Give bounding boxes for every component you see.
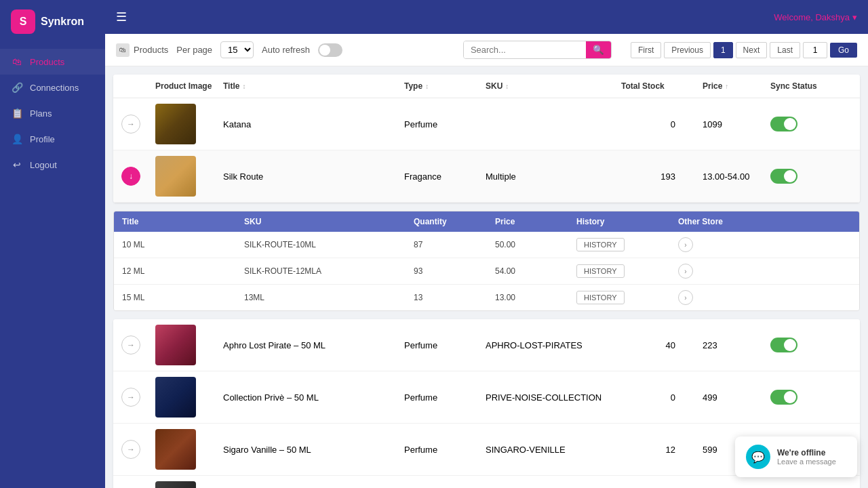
history-button[interactable]: HISTORY xyxy=(576,238,625,251)
history-button[interactable]: HISTORY xyxy=(576,264,625,278)
sync-toggle[interactable] xyxy=(770,117,797,131)
sidebar-item-products[interactable]: 🛍 Products xyxy=(0,49,105,75)
per-page-label: Per page xyxy=(176,45,212,55)
sub-row-sku: 13ML xyxy=(244,293,414,302)
history-button[interactable]: HISTORY xyxy=(576,291,625,304)
col-header-stock[interactable]: Total Stock xyxy=(621,81,703,91)
sync-toggle[interactable] xyxy=(770,169,797,184)
welcome-user[interactable]: Welcome, Dakshya ▾ xyxy=(774,12,857,22)
col-header-image: Product Image xyxy=(155,81,223,91)
title-sort-icon: ↕ xyxy=(242,83,245,90)
product-type: Perfume xyxy=(404,445,486,455)
sku-sort-icon: ↕ xyxy=(505,83,509,90)
search-container: 🔍 xyxy=(463,41,612,59)
sub-table-row: 10 ML SILK-ROUTE-10ML 87 50.00 HISTORY › xyxy=(114,232,859,258)
plans-icon: 📋 xyxy=(11,107,23,119)
product-image xyxy=(155,325,196,365)
sidebar-item-label: Logout xyxy=(30,160,57,170)
sidebar-item-label: Profile xyxy=(30,134,55,144)
sync-toggle[interactable] xyxy=(770,390,797,405)
table-row: ↓ Silk Route Fragance Multiple 193 13.00… xyxy=(113,150,860,203)
expand-row-arrow[interactable]: → xyxy=(121,440,140,459)
product-sku: SINGARO-VENILLE xyxy=(486,445,621,455)
sidebar-item-profile[interactable]: 👤 Profile xyxy=(0,126,105,152)
product-image xyxy=(155,481,196,488)
go-button[interactable]: Go xyxy=(830,43,857,58)
sub-col-price: Price xyxy=(495,217,576,226)
col-header-title[interactable]: Title ↕ xyxy=(223,81,404,91)
product-type: Fragance xyxy=(404,171,486,182)
sidebar-item-logout[interactable]: ↩ Logout xyxy=(0,152,105,178)
expand-row-arrow[interactable]: → xyxy=(121,336,140,354)
products-table: Product Image Title ↕ Type ↕ SKU ↕ Total… xyxy=(113,75,860,203)
product-stock: 193 xyxy=(621,171,703,182)
sub-col-sku: SKU xyxy=(244,217,414,226)
next-page-button[interactable]: Next xyxy=(736,42,768,58)
sidebar-item-connections[interactable]: 🔗 Connections xyxy=(0,75,105,100)
previous-page-button[interactable]: Previous xyxy=(664,42,711,58)
search-input[interactable] xyxy=(464,41,586,58)
product-type: Perfume xyxy=(404,392,486,403)
sub-row-arrow[interactable]: › xyxy=(678,237,693,252)
sub-row-sku: SILK-ROUTE-10ML xyxy=(244,240,414,249)
sidebar-item-label: Plans xyxy=(30,108,52,119)
first-page-button[interactable]: First xyxy=(631,42,661,58)
col-header-price[interactable]: Price ↑ xyxy=(703,81,770,91)
products-icon: 🛍 xyxy=(11,56,23,68)
product-price: 223 xyxy=(703,340,770,350)
product-image xyxy=(155,104,196,144)
products-toolbar-icon: 🛍 xyxy=(116,43,130,57)
price-sort-icon: ↑ xyxy=(725,83,728,90)
sync-toggle[interactable] xyxy=(770,338,797,352)
col-header-sync: Sync Status xyxy=(770,81,852,91)
product-price: 1099 xyxy=(703,119,770,129)
table-header-row: Product Image Title ↕ Type ↕ SKU ↕ Total… xyxy=(113,75,860,98)
page-number-input[interactable] xyxy=(803,42,827,58)
expand-row-arrow[interactable]: → xyxy=(121,388,140,407)
table-row: → Collection Privè – 50 ML Perfume PRIVE… xyxy=(113,371,860,424)
search-button[interactable]: 🔍 xyxy=(586,41,611,58)
sidebar-nav: 🛍 Products 🔗 Connections 📋 Plans 👤 Profi… xyxy=(0,49,105,178)
sub-row-title: 15 ML xyxy=(122,293,244,302)
expand-row-arrow[interactable]: → xyxy=(121,115,140,134)
product-title: Aphro Lost Pirate – 50 ML xyxy=(223,340,404,350)
sub-col-history: History xyxy=(576,217,678,226)
sub-table-row: 12 ML SILK-ROUTE-12MLA 93 54.00 HISTORY … xyxy=(114,258,859,285)
products-toolbar-label: Products xyxy=(134,45,168,55)
profile-icon: 👤 xyxy=(11,133,23,145)
product-price: 13.00-54.00 xyxy=(703,171,770,182)
sub-row-price: 13.00 xyxy=(495,293,576,302)
pagination: First Previous 1 Next Last Go xyxy=(631,42,857,58)
product-title: Sigaro Vanille – 50 ML xyxy=(223,445,404,455)
col-header-sku[interactable]: SKU ↕ xyxy=(486,81,621,91)
hamburger-icon[interactable]: ☰ xyxy=(116,9,127,24)
col-header-type[interactable]: Type ↕ xyxy=(404,81,486,91)
product-title: Katana xyxy=(223,119,404,129)
sub-table: Title SKU Quantity Price History Other S… xyxy=(113,211,860,311)
per-page-select[interactable]: 15 25 50 xyxy=(220,41,254,58)
sub-row-qty: 13 xyxy=(414,293,495,302)
sub-col-qty: Quantity xyxy=(414,217,495,226)
product-sku: Multiple xyxy=(486,171,621,182)
sub-row-arrow[interactable]: › xyxy=(678,290,693,305)
chat-title: We're offline xyxy=(777,448,836,458)
products-section-label: 🛍 Products xyxy=(116,43,168,57)
sub-row-arrow[interactable]: › xyxy=(678,264,693,279)
chat-widget[interactable]: 💬 We're offline Leave a message xyxy=(735,436,857,477)
current-page-button[interactable]: 1 xyxy=(713,42,733,58)
sidebar-item-plans[interactable]: 📋 Plans xyxy=(0,100,105,126)
last-page-button[interactable]: Last xyxy=(770,42,800,58)
product-sku: PRIVE-NOISE-COLLECTION xyxy=(486,392,621,403)
sub-col-store: Other Store xyxy=(678,217,851,226)
content-area: 🛍 Products Per page 15 25 50 Auto refres… xyxy=(105,34,868,488)
product-image xyxy=(155,156,196,197)
auto-refresh-label: Auto refresh xyxy=(262,45,310,55)
sub-row-sku: SILK-ROUTE-12MLA xyxy=(244,266,414,276)
connections-icon: 🔗 xyxy=(11,81,23,94)
sub-row-qty: 93 xyxy=(414,266,495,276)
logout-icon: ↩ xyxy=(11,159,23,171)
expand-row-arrow[interactable]: ↓ xyxy=(121,167,140,186)
table-row: → Collection Noir – 50 ML Perfume NOIER-… xyxy=(113,476,860,488)
product-type: Perfume xyxy=(404,340,486,350)
auto-refresh-toggle[interactable] xyxy=(318,43,342,57)
